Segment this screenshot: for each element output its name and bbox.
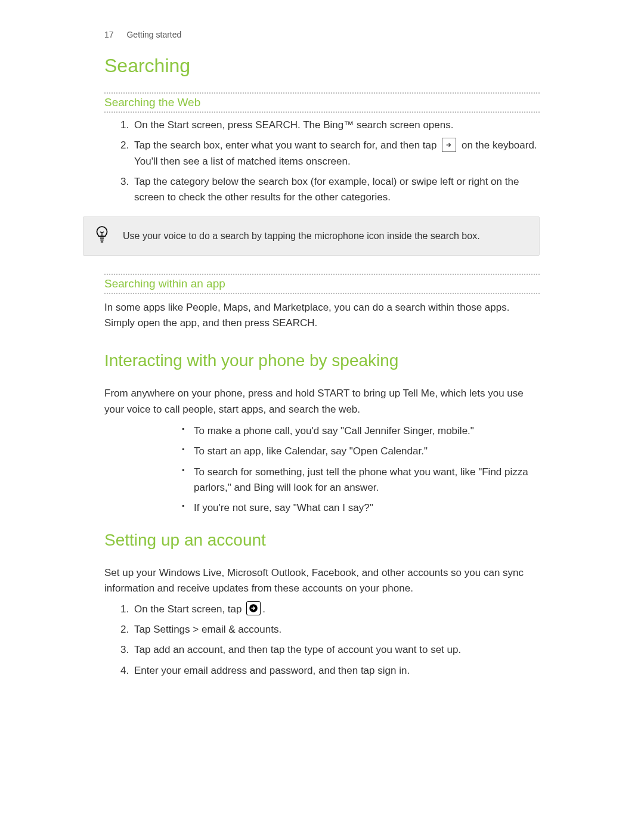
step-text: Tap bbox=[134, 624, 153, 635]
bullet-list-speaking: To make a phone call, you'd say "Call Je… bbox=[104, 423, 540, 516]
bullet-text: To make a phone call, you'd say "Call Je… bbox=[194, 425, 474, 436]
steps-account: On the Start screen, tap . Tap Settings … bbox=[104, 602, 540, 679]
chapter-name: Getting started bbox=[126, 30, 181, 39]
document-page: 17 Getting started Searching Searching t… bbox=[0, 0, 644, 725]
step-item: Tap add an account, and then tap the typ… bbox=[132, 642, 540, 658]
step-item: Enter your email address and password, a… bbox=[132, 663, 540, 679]
bullet-text: To start an app, like Calendar, say "Ope… bbox=[194, 445, 428, 457]
step-text: , and then tap the type of account you w… bbox=[222, 644, 461, 655]
step-text: Tap the category below the search box (f… bbox=[134, 176, 519, 203]
step-item: On the Start screen, tap . bbox=[132, 602, 540, 617]
step-text-bold: add an account bbox=[153, 644, 222, 655]
heading-searching-web: Searching the Web bbox=[104, 96, 540, 109]
body-text: In some apps like People, Maps, and Mark… bbox=[104, 300, 540, 332]
bullet-item: To search for something, just tell the p… bbox=[182, 465, 540, 496]
heading-searching: Searching bbox=[104, 55, 540, 77]
heading-searching-app: Searching within an app bbox=[104, 277, 540, 290]
tip-callout: Use your voice to do a search by tapping… bbox=[83, 216, 540, 256]
heading-interacting: Interacting with your phone by speaking bbox=[104, 351, 540, 370]
body-text: Set up your Windows Live, Microsoft Outl… bbox=[104, 565, 540, 597]
step-text: . bbox=[262, 603, 265, 615]
bullet-text: If you're not sure, say "What can I say?… bbox=[194, 502, 373, 513]
bullet-text: To search for something, just tell the p… bbox=[194, 466, 528, 493]
step-item: On the Start screen, press SEARCH. The B… bbox=[132, 117, 540, 133]
body-text: From anywhere on your phone, press and h… bbox=[104, 386, 540, 417]
step-text: Tap bbox=[134, 644, 153, 655]
step-text: Enter your email address and password, a… bbox=[134, 665, 377, 676]
bullet-item: To start an app, like Calendar, say "Ope… bbox=[182, 444, 540, 459]
step-text: . bbox=[407, 665, 410, 676]
lightbulb-icon bbox=[94, 225, 110, 247]
arrow-circle-icon bbox=[246, 601, 261, 615]
page-header: 17 Getting started bbox=[104, 30, 540, 39]
step-item: Tap Settings > email & accounts. bbox=[132, 622, 540, 637]
subheading-wrap: Searching the Web bbox=[104, 92, 540, 113]
step-text: On the Start screen, press SEARCH. The B… bbox=[134, 119, 453, 131]
subheading-wrap: Searching within an app bbox=[104, 274, 540, 294]
page-number: 17 bbox=[104, 30, 114, 39]
step-text: . bbox=[278, 624, 281, 635]
heading-account: Setting up an account bbox=[104, 531, 540, 550]
step-text: Tap the search box, enter what you want … bbox=[134, 140, 439, 151]
step-text-bold: Settings > email & accounts bbox=[153, 624, 278, 635]
bullet-item: To make a phone call, you'd say "Call Je… bbox=[182, 423, 540, 439]
steps-searching-web: On the Start screen, press SEARCH. The B… bbox=[104, 117, 540, 206]
bullet-item: If you're not sure, say "What can I say?… bbox=[182, 500, 540, 516]
step-item: Tap the search box, enter what you want … bbox=[132, 138, 540, 169]
tip-text: Use your voice to do a search by tapping… bbox=[123, 231, 480, 241]
enter-arrow-icon bbox=[442, 138, 456, 152]
step-text: On the Start screen, tap bbox=[134, 603, 244, 615]
step-text-bold: sign in bbox=[377, 665, 407, 676]
step-item: Tap the category below the search box (f… bbox=[132, 174, 540, 206]
